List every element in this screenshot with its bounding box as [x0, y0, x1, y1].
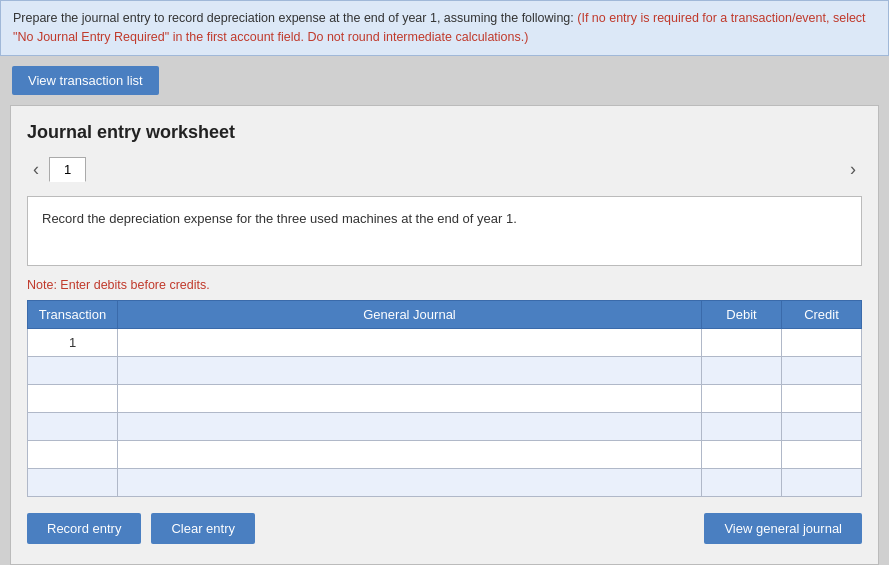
cell-credit-3[interactable] — [782, 412, 862, 440]
cell-debit-5[interactable] — [702, 468, 782, 496]
tab-1[interactable]: 1 — [49, 157, 86, 182]
journal-table: Transaction General Journal Debit Credit… — [27, 300, 862, 497]
instruction-main-text: Prepare the journal entry to record depr… — [13, 11, 574, 25]
input-debit-5[interactable] — [706, 469, 777, 496]
input-journal-0[interactable] — [122, 329, 697, 356]
cell-journal-2[interactable] — [118, 384, 702, 412]
cell-journal-4[interactable] — [118, 440, 702, 468]
col-header-transaction: Transaction — [28, 300, 118, 328]
cell-credit-2[interactable] — [782, 384, 862, 412]
cell-debit-1[interactable] — [702, 356, 782, 384]
cell-credit-4[interactable] — [782, 440, 862, 468]
table-row — [28, 384, 862, 412]
cell-credit-5[interactable] — [782, 468, 862, 496]
table-row — [28, 440, 862, 468]
col-header-debit: Debit — [702, 300, 782, 328]
cell-debit-4[interactable] — [702, 440, 782, 468]
table-row — [28, 412, 862, 440]
input-debit-2[interactable] — [706, 385, 777, 412]
input-credit-0[interactable] — [786, 329, 857, 356]
description-text: Record the depreciation expense for the … — [42, 211, 517, 226]
input-debit-1[interactable] — [706, 357, 777, 384]
cell-journal-3[interactable] — [118, 412, 702, 440]
table-row — [28, 468, 862, 496]
tab-navigation: ‹ 1 › — [27, 157, 862, 182]
cell-transaction-5 — [28, 468, 118, 496]
input-journal-5[interactable] — [122, 469, 697, 496]
cell-journal-1[interactable] — [118, 356, 702, 384]
input-journal-2[interactable] — [122, 385, 697, 412]
bottom-buttons: Record entry Clear entry View general jo… — [27, 513, 862, 544]
input-debit-3[interactable] — [706, 413, 777, 440]
view-transaction-button[interactable]: View transaction list — [12, 66, 159, 95]
cell-debit-0[interactable] — [702, 328, 782, 356]
cell-debit-3[interactable] — [702, 412, 782, 440]
table-row — [28, 356, 862, 384]
cell-transaction-2 — [28, 384, 118, 412]
input-credit-4[interactable] — [786, 441, 857, 468]
input-credit-2[interactable] — [786, 385, 857, 412]
input-journal-4[interactable] — [122, 441, 697, 468]
input-journal-1[interactable] — [122, 357, 697, 384]
cell-transaction-3 — [28, 412, 118, 440]
worksheet-container: Journal entry worksheet ‹ 1 › Record the… — [10, 105, 879, 565]
col-header-general-journal: General Journal — [118, 300, 702, 328]
instruction-banner: Prepare the journal entry to record depr… — [0, 0, 889, 56]
cell-transaction-0: 1 — [28, 328, 118, 356]
input-credit-5[interactable] — [786, 469, 857, 496]
input-debit-4[interactable] — [706, 441, 777, 468]
clear-entry-button[interactable]: Clear entry — [151, 513, 255, 544]
note-text: Note: Enter debits before credits. — [27, 278, 862, 292]
tab-next-arrow[interactable]: › — [844, 157, 862, 182]
cell-journal-0[interactable] — [118, 328, 702, 356]
worksheet-title: Journal entry worksheet — [27, 122, 862, 143]
tab-prev-arrow[interactable]: ‹ — [27, 157, 45, 182]
table-row: 1 — [28, 328, 862, 356]
input-credit-3[interactable] — [786, 413, 857, 440]
col-header-credit: Credit — [782, 300, 862, 328]
cell-debit-2[interactable] — [702, 384, 782, 412]
cell-transaction-4 — [28, 440, 118, 468]
cell-journal-5[interactable] — [118, 468, 702, 496]
cell-credit-0[interactable] — [782, 328, 862, 356]
input-journal-3[interactable] — [122, 413, 697, 440]
description-box: Record the depreciation expense for the … — [27, 196, 862, 266]
record-entry-button[interactable]: Record entry — [27, 513, 141, 544]
view-general-journal-button[interactable]: View general journal — [704, 513, 862, 544]
cell-transaction-1 — [28, 356, 118, 384]
input-debit-0[interactable] — [706, 329, 777, 356]
cell-credit-1[interactable] — [782, 356, 862, 384]
input-credit-1[interactable] — [786, 357, 857, 384]
